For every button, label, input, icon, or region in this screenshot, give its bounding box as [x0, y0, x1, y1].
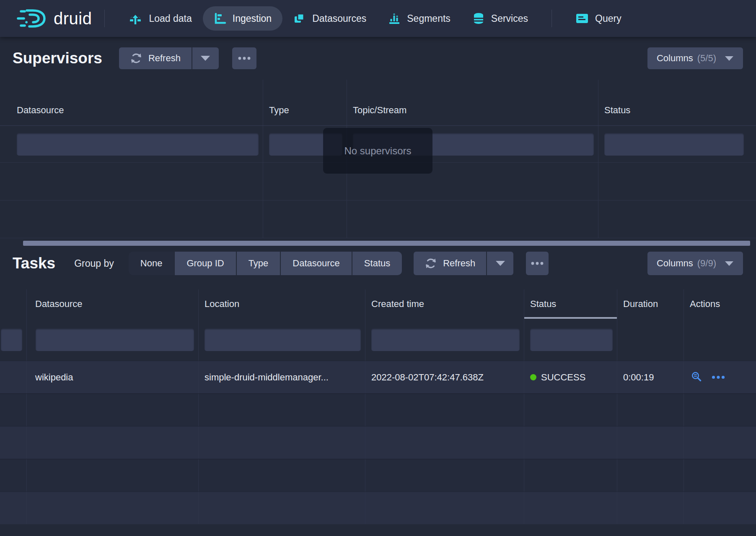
task-datasource-cell: wikipedia: [26, 361, 198, 393]
task-duration-cell: 0:00:19: [617, 361, 684, 393]
table-cell: [26, 394, 198, 426]
upload-icon: [128, 11, 142, 26]
status-filter-input[interactable]: [530, 328, 613, 351]
datasource-filter-input[interactable]: [17, 133, 259, 156]
more-dots-icon: [238, 57, 251, 60]
group-by-segmented-control: None Group ID Type Datasource Status: [129, 252, 402, 275]
table-row: [0, 492, 756, 524]
table-cell: [684, 427, 756, 459]
supervisors-more-button[interactable]: [232, 47, 256, 69]
tasks-refresh-dropdown-button[interactable]: [487, 252, 513, 275]
nav-item-label: Ingestion: [233, 13, 272, 24]
druid-logo-icon: [17, 8, 48, 29]
column-header-blank: [0, 289, 26, 319]
more-dots-icon: [531, 262, 544, 265]
nav-item-label: Services: [491, 13, 528, 24]
table-cell: [524, 492, 617, 524]
column-header-label: Status: [530, 299, 556, 310]
nav-item-segments[interactable]: Segments: [377, 6, 461, 31]
table-cell: [598, 200, 756, 238]
group-by-datasource-button[interactable]: Datasource: [280, 252, 352, 275]
table-cell: [0, 427, 26, 459]
task-location-cell: simple-druid-middlemanager...: [198, 361, 365, 393]
table-cell: [617, 459, 684, 492]
group-by-group-id-button[interactable]: Group ID: [174, 252, 236, 275]
nav-item-services[interactable]: Services: [461, 6, 539, 31]
table-cell: [198, 459, 365, 492]
task-detail-button[interactable]: [691, 371, 702, 384]
nav-divider: [551, 10, 552, 27]
table-cell: [0, 200, 263, 238]
nav-item-datasources[interactable]: Datasources: [282, 6, 377, 31]
columns-count: (5/5): [697, 53, 716, 64]
supervisors-refresh-dropdown-button[interactable]: [192, 47, 219, 69]
column-header-datasource[interactable]: Datasource: [26, 289, 198, 319]
supervisors-refresh-group: Refresh: [119, 47, 219, 69]
nav-item-ingestion[interactable]: Ingestion: [203, 6, 282, 31]
location-filter-input[interactable]: [205, 328, 361, 351]
filter-cell: [598, 126, 756, 162]
horizontal-scrollbar[interactable]: [23, 241, 750, 246]
supervisors-columns-button[interactable]: Columns (5/5): [647, 47, 743, 69]
more-dots-icon: [712, 374, 725, 380]
columns-count: (9/9): [697, 258, 716, 269]
druid-logo[interactable]: druid: [17, 8, 92, 29]
brand-name: druid: [54, 9, 92, 28]
datasources-icon: [293, 12, 306, 25]
task-status-cell: SUCCESS: [524, 361, 617, 393]
refresh-icon: [425, 257, 437, 270]
nav-item-load-data[interactable]: Load data: [117, 6, 202, 31]
task-created-time-cell: 2022-08-02T07:42:47.638Z: [365, 361, 524, 393]
task-id-filter-input[interactable]: [1, 328, 22, 351]
column-header-created-time[interactable]: Created time: [365, 289, 524, 319]
table-cell: [684, 394, 756, 426]
created-time-filter-input[interactable]: [371, 328, 520, 351]
nav-item-label: Query: [595, 13, 621, 24]
group-by-none-button[interactable]: None: [129, 252, 174, 275]
table-cell: [0, 394, 26, 426]
nav-item-label: Load data: [149, 13, 192, 24]
columns-label: Columns: [657, 53, 693, 64]
tasks-title: Tasks: [13, 255, 55, 272]
group-by-status-button[interactable]: Status: [352, 252, 402, 275]
nav-item-query[interactable]: Query: [564, 6, 632, 31]
table-cell: [0, 163, 263, 200]
task-more-actions-button[interactable]: [712, 374, 725, 380]
table-row: [0, 459, 756, 492]
table-row: [0, 200, 756, 238]
column-header-type[interactable]: Type: [263, 80, 347, 125]
group-by-type-button[interactable]: Type: [236, 252, 280, 275]
tasks-refresh-button[interactable]: Refresh: [414, 252, 486, 275]
table-cell: [365, 492, 524, 524]
datasource-filter-input[interactable]: [36, 328, 194, 351]
table-row: [0, 393, 756, 426]
column-header-topic-stream[interactable]: Topic/Stream: [347, 80, 598, 125]
column-header-status-sorted[interactable]: Status: [524, 289, 617, 319]
filter-cell: [0, 319, 26, 361]
nav-item-label: Segments: [407, 13, 450, 24]
magnifier-detail-icon: [691, 371, 702, 384]
task-row-wikipedia: wikipedia simple-druid-middlemanager... …: [0, 361, 756, 393]
tasks-more-button[interactable]: [526, 252, 549, 275]
database-icon: [472, 12, 485, 25]
tasks-refresh-group: Refresh: [414, 252, 513, 275]
tasks-columns-button[interactable]: Columns (9/9): [647, 252, 743, 275]
supervisors-refresh-button[interactable]: Refresh: [119, 47, 192, 69]
table-cell: [26, 459, 198, 492]
column-header-duration[interactable]: Duration: [617, 289, 684, 319]
status-filter-input[interactable]: [604, 133, 744, 156]
filter-cell: [617, 319, 684, 361]
no-supervisors-message: No supervisors: [323, 128, 432, 174]
column-header-datasource[interactable]: Datasource: [0, 80, 263, 125]
supervisors-table: Datasource Type Topic/Stream Status: [0, 80, 756, 238]
column-header-location[interactable]: Location: [198, 289, 365, 319]
filter-cell: [26, 319, 198, 361]
top-nav: druid Load data Ing: [0, 0, 756, 37]
filter-cell: [0, 126, 263, 162]
table-cell: [617, 394, 684, 426]
column-header-actions[interactable]: Actions: [684, 289, 756, 319]
filter-cell: [524, 319, 617, 361]
table-cell: [26, 492, 198, 524]
column-header-status[interactable]: Status: [598, 80, 756, 125]
tasks-filter-row: [0, 319, 756, 361]
